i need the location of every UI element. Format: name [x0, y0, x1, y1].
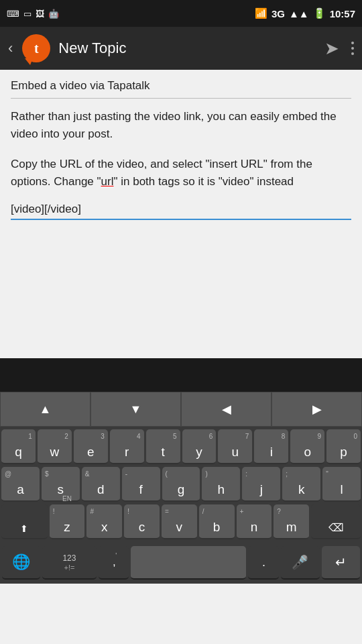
paragraph-2-after: " in both tags so it is "video" instead [113, 175, 294, 188]
more-dot-1 [351, 42, 354, 44]
key-w[interactable]: 2w [38, 429, 72, 464]
tapatalk-logo: t [22, 34, 50, 62]
back-arrow-icon[interactable]: ‹ [8, 40, 13, 57]
status-right: 📶 3G ▲▲ 🔋 10:57 [255, 7, 355, 19]
space-button[interactable] [131, 546, 246, 580]
key-u[interactable]: 7u [218, 429, 252, 464]
content-area: Embed a video via Tapatalk Rather than j… [0, 70, 362, 358]
key-k[interactable]: ;k [282, 467, 320, 502]
bottom-row: 🌐 123 +!= ' , . 🎤 ↵ [0, 545, 362, 584]
key-t[interactable]: 5t [146, 429, 180, 464]
paragraph-1: Rather than just pasting the video link,… [11, 108, 351, 144]
comma-label: ' [115, 552, 117, 559]
backspace-button[interactable]: ⌫ [311, 504, 361, 539]
key-x[interactable]: #x [86, 504, 122, 539]
more-menu-button[interactable] [351, 40, 354, 57]
key-j[interactable]: :j [242, 467, 280, 502]
keyboard: ▲ ▼ ◀ ▶ 1q 2w 3e 4r 5t 6y 7u 8i 9o 0p @a [0, 392, 362, 584]
microphone-icon: 🎤 [292, 554, 308, 570]
arrow-up-button[interactable]: ▲ [0, 392, 90, 427]
arrow-up-icon: ▲ [40, 402, 52, 417]
page-title: New Topic [58, 40, 316, 57]
send-button[interactable]: ➤ [324, 38, 339, 59]
shift-button[interactable]: ⬆ [1, 504, 48, 539]
arrow-down-button[interactable]: ▼ [90, 392, 181, 427]
key-y[interactable]: 6y [182, 429, 217, 464]
key-i[interactable]: 8i [254, 429, 288, 464]
key-rows: 1q 2w 3e 4r 5t 6y 7u 8i 9o 0p @a $s &d -… [0, 427, 362, 545]
enter-button[interactable]: ↵ [322, 546, 360, 580]
key-g[interactable]: (g [162, 467, 200, 502]
microphone-button[interactable]: 🎤 [281, 546, 319, 580]
key-row-2: @a $s &d -f (g )h :j ;k "l [1, 467, 361, 502]
key-q[interactable]: 1q [1, 429, 36, 464]
numbers-label: 123 [62, 553, 76, 563]
key-m[interactable]: ?m [274, 504, 309, 539]
key-o[interactable]: 9o [290, 429, 324, 464]
numbers-button[interactable]: 123 +!= [42, 546, 96, 580]
key-n[interactable]: +n [237, 504, 272, 539]
key-b[interactable]: /b [199, 504, 235, 539]
wifi-icon: 📶 [255, 7, 267, 19]
keyboard-icon: ⌨ [7, 9, 19, 19]
key-l[interactable]: "l [322, 467, 361, 502]
key-f[interactable]: -f [122, 467, 160, 502]
key-p[interactable]: 0p [326, 429, 361, 464]
status-bar: ⌨ ▭ 🖼 🤖 📶 3G ▲▲ 🔋 10:57 [0, 0, 362, 27]
enter-icon: ↵ [335, 554, 347, 570]
numbers-sublabel: +!= [64, 564, 75, 572]
key-z[interactable]: !zEN [50, 504, 85, 539]
backspace-icon: ⌫ [328, 523, 344, 533]
content-body: Rather than just pasting the video link,… [11, 108, 351, 191]
app-bar-actions: ➤ [324, 38, 354, 59]
key-s[interactable]: $s [42, 467, 80, 502]
arrow-down-icon: ▼ [130, 402, 142, 417]
emoji-button[interactable]: 🌐 [2, 546, 40, 580]
shift-icon: ⬆ [20, 524, 28, 533]
emoji-icon: 🌐 [12, 553, 30, 571]
more-dot-3 [351, 52, 354, 55]
key-r[interactable]: 4r [110, 429, 144, 464]
cursor-line [11, 219, 351, 220]
arrow-left-button[interactable]: ◀ [181, 392, 272, 427]
key-row-1: 1q 2w 3e 4r 5t 6y 7u 8i 9o 0p [1, 429, 361, 464]
signal-bars: ▲▲ [289, 8, 309, 19]
arrow-right-icon: ▶ [312, 402, 322, 417]
key-row-3: ⬆ !zEN #x !c =v /b +n ?m ⌫ [1, 504, 361, 539]
period-label: . [262, 555, 265, 570]
sim-icon: ▭ [23, 9, 32, 19]
android-icon: 🤖 [48, 9, 59, 19]
url-text: url [101, 175, 114, 188]
battery-icon: 🔋 [313, 7, 326, 19]
arrow-left-icon: ◀ [222, 402, 231, 417]
more-dot-2 [351, 47, 354, 50]
arrow-row: ▲ ▼ ◀ ▶ [0, 392, 362, 427]
period-button[interactable]: . [248, 546, 279, 580]
arrow-right-button[interactable]: ▶ [272, 392, 362, 427]
key-a[interactable]: @a [1, 467, 40, 502]
image-icon: 🖼 [36, 9, 44, 19]
comma-button[interactable]: ' , [99, 546, 129, 580]
signal-label: 3G [272, 8, 285, 19]
key-d[interactable]: &d [82, 467, 120, 502]
key-h[interactable]: )h [202, 467, 240, 502]
app-bar: ‹ t New Topic ➤ [0, 27, 362, 70]
status-icons: ⌨ ▭ 🖼 🤖 [7, 9, 59, 19]
time-label: 10:57 [330, 8, 355, 19]
video-tag: [video][/video] [11, 203, 351, 216]
paragraph-2: Copy the URL of the video, and select "i… [11, 156, 351, 191]
key-v[interactable]: =v [162, 504, 197, 539]
key-e[interactable]: 3e [74, 429, 108, 464]
logo-letter: t [34, 41, 39, 56]
embed-title: Embed a video via Tapatalk [11, 79, 351, 99]
key-c[interactable]: !c [124, 504, 160, 539]
dark-separator [0, 358, 362, 392]
